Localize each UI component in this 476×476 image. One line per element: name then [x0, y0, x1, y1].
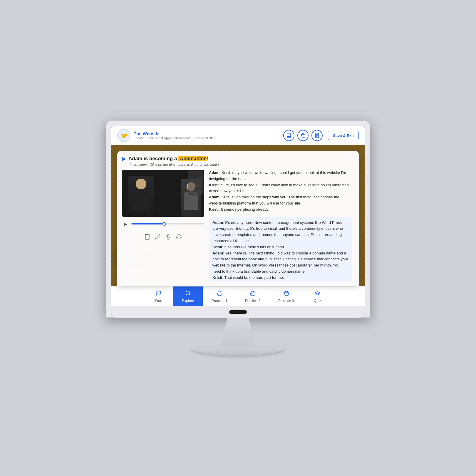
- monitor-screen: 🤝 The Website English › Level B2.3 Upper…: [106, 120, 370, 318]
- speaker-name: Adam: [212, 220, 223, 225]
- video-controls: ▶: [122, 219, 204, 229]
- hero-background: ▶ Adam is becoming a webmaster! Instruct…: [111, 145, 365, 286]
- progress-bar[interactable]: [131, 223, 204, 224]
- title-suffix: !: [207, 156, 209, 161]
- highlight-word: webmaster: [178, 156, 207, 161]
- book-icon-btn[interactable]: [283, 130, 294, 141]
- logo-icon: 🤝: [117, 129, 130, 142]
- speaker-name: Adam: [209, 170, 219, 175]
- progress-fill: [131, 223, 164, 224]
- play-icon-small: ▶: [122, 156, 126, 161]
- app-header: 🤝 The Website English › Level B2.3 Upper…: [111, 126, 365, 145]
- title-prefix: Adam is becoming a: [128, 156, 178, 161]
- screen-inner: 🤝 The Website English › Level B2.3 Upper…: [111, 126, 365, 306]
- speaker-name: Kristi: [212, 245, 222, 249]
- header-left: 🤝 The Website English › Level B2.3 Upper…: [117, 129, 215, 142]
- pen-tool-icon[interactable]: [155, 234, 161, 241]
- mic-tool-icon[interactable]: [165, 234, 171, 241]
- breadcrumb-level: Level B2.3 Upper Intermediate: [148, 136, 191, 140]
- speaker-name: Adam: [212, 251, 223, 255]
- person-body-right: [184, 192, 198, 210]
- course-title: The Website: [134, 131, 215, 136]
- transcript-line: Adam: It's not anymore. New content mana…: [212, 220, 348, 244]
- person-body-left: [132, 190, 150, 211]
- headphone-tool-icon[interactable]: [176, 234, 182, 241]
- svg-point-3: [186, 291, 190, 295]
- practice1-icon: [217, 290, 222, 298]
- header-icons: Save & Exit: [283, 130, 359, 141]
- svg-rect-1: [168, 234, 169, 237]
- book-tool-icon[interactable]: [144, 234, 150, 241]
- person-head-left: [136, 179, 146, 189]
- content-card: ▶ Adam is becoming a webmaster! Instruct…: [117, 151, 359, 286]
- breadcrumb-step: The Next Step: [195, 136, 215, 140]
- speaker-name: Kristi: [209, 207, 219, 212]
- breadcrumb-lang: English: [134, 136, 144, 140]
- tab-start[interactable]: Start: [144, 286, 173, 306]
- transcript-line: Adam: Kristi, maybe while we're waiting …: [209, 170, 352, 182]
- transcript-line: Kristi: It sounds like there's lots of s…: [212, 244, 348, 250]
- quiz-icon: [314, 290, 320, 298]
- svg-line-4: [189, 294, 190, 296]
- card-title: Adam is becoming a webmaster!: [128, 156, 209, 162]
- video-toolbar: [122, 232, 204, 243]
- card-instructions: Instructions: Click on the play button t…: [130, 163, 353, 167]
- tab-quiz[interactable]: Quiz: [303, 286, 332, 306]
- monitor-chin: [111, 306, 365, 318]
- practice3-icon: [283, 290, 289, 298]
- transcript-line: Kristi: It sounds perplexing already.: [209, 207, 352, 213]
- bottom-nav: Start Explore Practice 1: [111, 286, 365, 306]
- explore-icon: [185, 290, 191, 298]
- monitor-neck: [220, 318, 256, 347]
- tab-quiz-label: Quiz: [314, 299, 321, 303]
- tab-start-label: Start: [155, 299, 162, 303]
- practice2-icon: [250, 290, 256, 298]
- person-left: [128, 176, 154, 217]
- tab-explore-label: Explore: [182, 299, 194, 303]
- speaker-name: Kristi: [212, 275, 222, 280]
- transcript-line: Kristi: Sure, I'd love to see it. I don'…: [209, 182, 352, 195]
- video-panel: ▶: [122, 170, 204, 281]
- tab-practice3-label: Practice 3: [278, 299, 294, 303]
- checklist-icon-btn[interactable]: [311, 130, 323, 141]
- transcript-block-1: Adam: Kristi, maybe while we're waiting …: [209, 170, 352, 213]
- monitor-base: [191, 347, 285, 356]
- tab-practice1[interactable]: Practice 1: [203, 286, 236, 306]
- transcript-line: Adam: Yes, there is. The next I thing I …: [212, 250, 348, 275]
- tab-practice1-label: Practice 1: [212, 299, 227, 303]
- header-title-group: The Website English › Level B2.3 Upper I…: [134, 131, 215, 140]
- video-thumbnail: [122, 170, 204, 217]
- play-button[interactable]: ▶: [122, 220, 129, 227]
- tab-practice2-label: Practice 2: [245, 299, 261, 303]
- monitor-notch: [229, 310, 247, 314]
- transcript-line: Kristi: That would be the hard part for …: [212, 275, 348, 281]
- transcript-line: Adam: Sure, I'll go through the steps wi…: [209, 194, 352, 207]
- tab-practice2[interactable]: Practice 2: [236, 286, 269, 306]
- speaker-name: Adam: [209, 195, 219, 199]
- breadcrumb: English › Level B2.3 Upper Intermediate …: [134, 136, 215, 140]
- sep1: ›: [145, 137, 146, 140]
- hand-icon-btn[interactable]: [297, 130, 309, 141]
- speaker-name: Kristi: [209, 183, 219, 187]
- monitor-wrapper: 🤝 The Website English › Level B2.3 Upper…: [106, 120, 370, 356]
- card-body: ▶: [122, 170, 353, 281]
- bookshelf-detail: [188, 171, 203, 195]
- start-icon: [156, 290, 162, 298]
- progress-dot: [162, 222, 166, 226]
- save-exit-button[interactable]: Save & Exit: [328, 131, 359, 140]
- sep2: ›: [193, 137, 194, 140]
- tab-practice3[interactable]: Practice 3: [269, 286, 303, 306]
- transcript-block-2: Adam: It's not anymore. New content mana…: [209, 217, 352, 281]
- transcript-panel: Adam: Kristi, maybe while we're waiting …: [209, 170, 353, 281]
- card-title-row: ▶ Adam is becoming a webmaster!: [122, 156, 353, 162]
- tab-explore[interactable]: Explore: [173, 286, 203, 306]
